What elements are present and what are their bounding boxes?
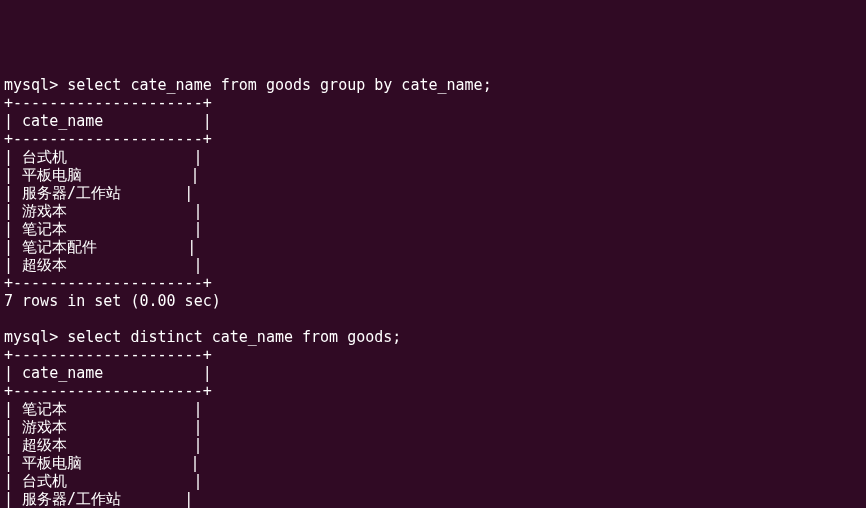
table2-header: | cate_name | bbox=[4, 364, 212, 382]
table2-row: | 服务器/工作站 | bbox=[4, 490, 193, 508]
query1-summary: 7 rows in set (0.00 sec) bbox=[4, 292, 221, 310]
table1-row: | 服务器/工作站 | bbox=[4, 184, 193, 202]
prompt-1: mysql> bbox=[4, 76, 67, 94]
table1-border-mid: +---------------------+ bbox=[4, 130, 212, 148]
prompt-2: mysql> bbox=[4, 328, 67, 346]
sql-query-2: select distinct cate_name from goods; bbox=[67, 328, 401, 346]
table1-row: | 游戏本 | bbox=[4, 202, 203, 220]
table1-row: | 台式机 | bbox=[4, 148, 203, 166]
sql-query-1: select cate_name from goods group by cat… bbox=[67, 76, 491, 94]
table2-row: | 台式机 | bbox=[4, 472, 203, 490]
table1-row: | 笔记本 | bbox=[4, 220, 203, 238]
table1-row: | 平板电脑 | bbox=[4, 166, 199, 184]
table2-row: | 超级本 | bbox=[4, 436, 203, 454]
table2-border-top: +---------------------+ bbox=[4, 346, 212, 364]
terminal-output[interactable]: mysql> select cate_name from goods group… bbox=[4, 76, 862, 508]
table1-border-bottom: +---------------------+ bbox=[4, 274, 212, 292]
table2-border-mid: +---------------------+ bbox=[4, 382, 212, 400]
table2-row: | 笔记本 | bbox=[4, 400, 203, 418]
table1-row: | 超级本 | bbox=[4, 256, 203, 274]
table1-border-top: +---------------------+ bbox=[4, 94, 212, 112]
table2-row: | 平板电脑 | bbox=[4, 454, 199, 472]
table1-header: | cate_name | bbox=[4, 112, 212, 130]
table1-row: | 笔记本配件 | bbox=[4, 238, 196, 256]
table2-row: | 游戏本 | bbox=[4, 418, 203, 436]
